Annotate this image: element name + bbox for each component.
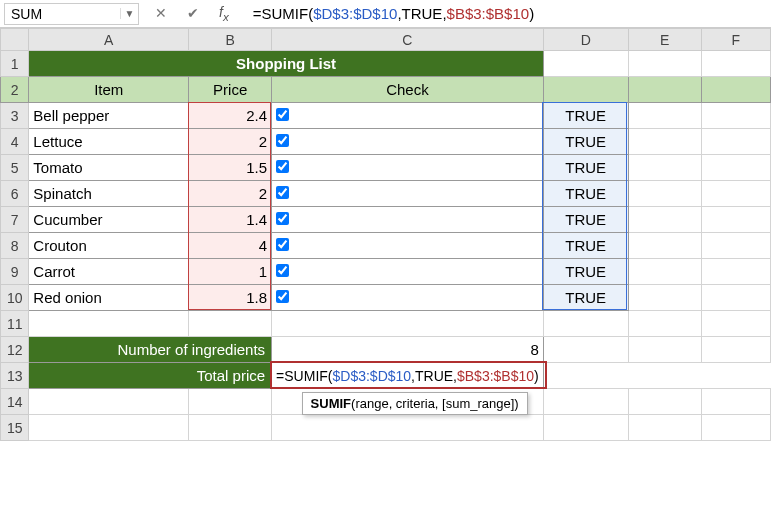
- col-header-A[interactable]: A: [29, 29, 189, 51]
- cell[interactable]: [628, 51, 701, 77]
- check-cell[interactable]: [272, 259, 544, 285]
- cell[interactable]: [628, 337, 701, 363]
- price-cell[interactable]: 1.8: [189, 285, 272, 311]
- row-header[interactable]: 11: [1, 311, 29, 337]
- cell[interactable]: [272, 415, 544, 441]
- chevron-down-icon[interactable]: ▼: [120, 8, 138, 19]
- cell[interactable]: [543, 337, 628, 363]
- num-ingredients-label[interactable]: Number of ingredients: [29, 337, 272, 363]
- name-box[interactable]: SUM ▼: [4, 3, 139, 25]
- item-name-cell[interactable]: Red onion: [29, 285, 189, 311]
- cell[interactable]: [701, 259, 770, 285]
- check-cell[interactable]: [272, 155, 544, 181]
- col-header-D[interactable]: D: [543, 29, 628, 51]
- cell[interactable]: [543, 311, 628, 337]
- header-price[interactable]: Price: [189, 77, 272, 103]
- cell[interactable]: [701, 129, 770, 155]
- row-header[interactable]: 2: [1, 77, 29, 103]
- cell[interactable]: [701, 415, 770, 441]
- row-header[interactable]: 6: [1, 181, 29, 207]
- cell[interactable]: [701, 181, 770, 207]
- check-cell[interactable]: [272, 181, 544, 207]
- checkbox[interactable]: [276, 264, 289, 277]
- row-header[interactable]: 9: [1, 259, 29, 285]
- cell[interactable]: [701, 51, 770, 77]
- cell[interactable]: [628, 415, 701, 441]
- cell[interactable]: [628, 155, 701, 181]
- cell[interactable]: [543, 51, 628, 77]
- cell[interactable]: [543, 77, 628, 103]
- select-all-corner[interactable]: [1, 29, 29, 51]
- price-cell[interactable]: 2: [189, 181, 272, 207]
- check-cell[interactable]: [272, 103, 544, 129]
- cell[interactable]: [628, 207, 701, 233]
- cell[interactable]: [701, 337, 770, 363]
- row-header[interactable]: 8: [1, 233, 29, 259]
- row-header[interactable]: 3: [1, 103, 29, 129]
- cell[interactable]: [189, 389, 272, 415]
- d-cell[interactable]: TRUE: [543, 233, 628, 259]
- checkbox[interactable]: [276, 212, 289, 225]
- checkbox[interactable]: [276, 160, 289, 173]
- cell[interactable]: [29, 415, 189, 441]
- col-header-E[interactable]: E: [628, 29, 701, 51]
- d-cell[interactable]: TRUE: [543, 129, 628, 155]
- item-name-cell[interactable]: Carrot: [29, 259, 189, 285]
- cell[interactable]: [628, 181, 701, 207]
- cell[interactable]: [701, 389, 770, 415]
- cell[interactable]: [701, 233, 770, 259]
- cell[interactable]: [628, 259, 701, 285]
- d-cell[interactable]: TRUE: [543, 103, 628, 129]
- cell[interactable]: [543, 389, 628, 415]
- checkbox[interactable]: [276, 134, 289, 147]
- cell[interactable]: [628, 285, 701, 311]
- item-name-cell[interactable]: Cucumber: [29, 207, 189, 233]
- price-cell[interactable]: 4: [189, 233, 272, 259]
- cell[interactable]: [543, 415, 628, 441]
- item-name-cell[interactable]: Bell pepper: [29, 103, 189, 129]
- item-name-cell[interactable]: Lettuce: [29, 129, 189, 155]
- cell[interactable]: [29, 311, 189, 337]
- header-check[interactable]: Check: [272, 77, 544, 103]
- cell[interactable]: [272, 311, 544, 337]
- row-header[interactable]: 10: [1, 285, 29, 311]
- title-cell[interactable]: Shopping List: [29, 51, 543, 77]
- accept-icon[interactable]: ✔: [187, 5, 199, 21]
- total-price-label[interactable]: Total price: [29, 363, 272, 389]
- check-cell[interactable]: [272, 233, 544, 259]
- d-cell[interactable]: TRUE: [543, 207, 628, 233]
- checkbox[interactable]: [276, 238, 289, 251]
- cancel-icon[interactable]: ✕: [155, 5, 167, 21]
- cell[interactable]: [628, 389, 701, 415]
- row-header[interactable]: 7: [1, 207, 29, 233]
- row-header[interactable]: 13: [1, 363, 29, 389]
- cell[interactable]: [701, 155, 770, 181]
- row-header[interactable]: 1: [1, 51, 29, 77]
- item-name-cell[interactable]: Spinatch: [29, 181, 189, 207]
- row-header[interactable]: 14: [1, 389, 29, 415]
- d-cell[interactable]: TRUE: [543, 259, 628, 285]
- price-cell[interactable]: 2.4: [189, 103, 272, 129]
- cell[interactable]: [189, 311, 272, 337]
- check-cell[interactable]: [272, 129, 544, 155]
- price-cell[interactable]: 2: [189, 129, 272, 155]
- d-cell[interactable]: TRUE: [543, 155, 628, 181]
- cell[interactable]: [701, 103, 770, 129]
- row-header[interactable]: 12: [1, 337, 29, 363]
- num-ingredients-value[interactable]: 8: [272, 337, 544, 363]
- cell[interactable]: [701, 285, 770, 311]
- cell[interactable]: [628, 103, 701, 129]
- item-name-cell[interactable]: Tomato: [29, 155, 189, 181]
- cell[interactable]: [29, 389, 189, 415]
- row-header[interactable]: 5: [1, 155, 29, 181]
- checkbox[interactable]: [276, 186, 289, 199]
- cell[interactable]: [628, 77, 701, 103]
- cell[interactable]: [189, 415, 272, 441]
- cell[interactable]: [701, 311, 770, 337]
- col-header-F[interactable]: F: [701, 29, 770, 51]
- cell[interactable]: [628, 233, 701, 259]
- price-cell[interactable]: 1.5: [189, 155, 272, 181]
- formula-input[interactable]: =SUMIF($D$3:$D$10,TRUE,$B$3:$B$10): [245, 5, 771, 22]
- check-cell[interactable]: [272, 285, 544, 311]
- row-header[interactable]: 15: [1, 415, 29, 441]
